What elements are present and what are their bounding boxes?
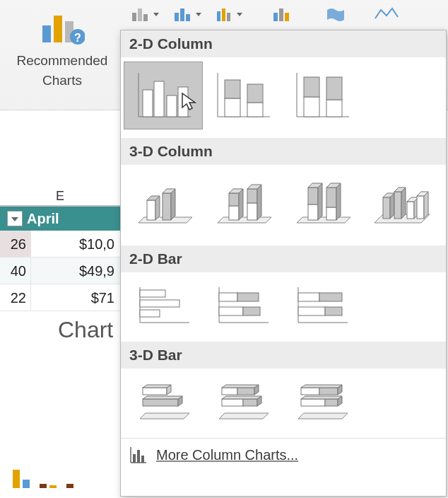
statistical-chart-dropdown[interactable] (211, 4, 250, 24)
month-header-label: April (27, 207, 59, 231)
svg-rect-43 (229, 206, 239, 220)
data-row[interactable]: 26 $10,0 (0, 231, 120, 257)
svg-rect-27 (247, 103, 263, 117)
svg-rect-7 (143, 14, 148, 21)
svg-rect-86 (298, 293, 319, 301)
100-stacked-column-option[interactable] (282, 62, 361, 129)
svg-rect-0 (42, 25, 51, 42)
svg-rect-34 (326, 77, 342, 100)
svg-rect-44 (229, 193, 239, 206)
chart-title-placeholder: Chart (58, 317, 113, 343)
data-row[interactable]: 40 $49,9 (0, 257, 120, 284)
svg-rect-83 (243, 307, 260, 315)
svg-rect-28 (247, 84, 263, 103)
recommended-charts-icon: ? (40, 7, 85, 47)
svg-rect-12 (222, 8, 225, 21)
svg-rect-39 (163, 193, 171, 220)
svg-rect-57 (326, 187, 336, 207)
svg-rect-19 (143, 90, 153, 117)
svg-rect-11 (217, 11, 220, 21)
column-chart-dropdown[interactable] (126, 4, 165, 24)
3d-column-option[interactable] (361, 169, 440, 237)
svg-rect-14 (273, 13, 278, 21)
bar-chart-dropdown[interactable] (168, 4, 208, 24)
svg-rect-99 (237, 388, 254, 395)
worksheet-peek: E April 26 $10,0 40 $49,9 22 $71 (0, 110, 120, 311)
3d-clustered-bar-option[interactable] (124, 373, 203, 429)
svg-rect-8 (175, 13, 179, 21)
svg-rect-103 (243, 399, 257, 406)
svg-rect-16 (285, 13, 289, 21)
svg-marker-38 (155, 196, 160, 220)
line-chart-dropdown[interactable] (369, 4, 408, 24)
more-column-charts-link[interactable]: More Column Charts... (121, 438, 446, 473)
column-header-e[interactable]: E (0, 185, 120, 207)
svg-marker-72 (424, 192, 428, 219)
svg-rect-10 (186, 14, 190, 21)
svg-rect-61 (383, 197, 390, 219)
section-body-2d-column (121, 57, 446, 138)
3d-100-stacked-bar-option[interactable] (282, 373, 361, 429)
svg-marker-46 (239, 189, 243, 220)
cell-value: $10,0 (31, 231, 116, 257)
section-header-2d-bar: 2-D Bar (121, 245, 446, 272)
svg-marker-63 (390, 193, 394, 219)
3d-stacked-bar-option[interactable] (203, 373, 282, 429)
map-chart-dropdown[interactable] (319, 4, 359, 24)
stacked-column-option[interactable] (203, 62, 282, 129)
3d-clustered-column-option[interactable] (124, 169, 203, 237)
svg-rect-89 (325, 307, 342, 315)
svg-rect-70 (417, 196, 424, 219)
section-body-3d-bar (121, 369, 446, 438)
3d-stacked-column-option[interactable] (203, 169, 282, 237)
svg-rect-36 (147, 200, 155, 220)
svg-rect-33 (326, 100, 342, 117)
svg-rect-15 (279, 8, 283, 21)
filter-dropdown-icon[interactable] (7, 211, 23, 226)
svg-marker-114 (301, 396, 342, 399)
svg-rect-31 (304, 97, 319, 117)
svg-rect-32 (304, 77, 319, 97)
svg-rect-47 (247, 203, 257, 220)
svg-rect-102 (222, 399, 243, 406)
svg-marker-42 (218, 217, 271, 223)
svg-marker-97 (219, 413, 269, 419)
embedded-chart-peek (13, 467, 73, 488)
svg-rect-25 (225, 98, 240, 117)
svg-rect-67 (407, 202, 414, 219)
svg-text:?: ? (74, 32, 81, 44)
recommended-charts-label-2: Charts (42, 72, 82, 89)
combo-chart-dropdown[interactable] (267, 4, 307, 24)
svg-rect-56 (326, 207, 336, 220)
svg-rect-20 (154, 81, 164, 117)
svg-marker-59 (336, 183, 341, 220)
svg-rect-82 (219, 307, 243, 315)
section-header-2d-column: 2-D Column (121, 30, 446, 57)
recommended-charts-button[interactable]: ? Recommended Charts (4, 0, 120, 89)
svg-rect-80 (219, 293, 237, 301)
svg-rect-81 (237, 293, 259, 301)
stacked-bar-option[interactable] (203, 277, 282, 333)
clustered-bar-option[interactable] (124, 277, 203, 333)
clustered-column-option[interactable] (124, 62, 203, 129)
svg-rect-21 (167, 95, 177, 117)
chart-type-minibuttons (120, 0, 414, 24)
svg-rect-75 (140, 290, 165, 297)
svg-rect-119 (141, 456, 144, 463)
svg-marker-90 (140, 413, 189, 419)
svg-rect-52 (308, 204, 318, 220)
svg-rect-111 (301, 399, 325, 406)
svg-marker-106 (298, 413, 348, 419)
month-header-cell[interactable]: April (0, 207, 120, 231)
cell-left: 40 (0, 257, 31, 284)
svg-rect-22 (178, 87, 188, 117)
svg-rect-118 (137, 450, 140, 463)
svg-rect-98 (222, 388, 237, 395)
svg-marker-55 (318, 183, 322, 220)
3d-100-stacked-column-option[interactable] (282, 169, 361, 237)
svg-rect-9 (180, 8, 184, 21)
svg-rect-5 (132, 13, 136, 21)
100-stacked-bar-option[interactable] (282, 277, 361, 333)
section-body-3d-column (121, 165, 446, 245)
data-row[interactable]: 22 $71 (0, 284, 120, 311)
